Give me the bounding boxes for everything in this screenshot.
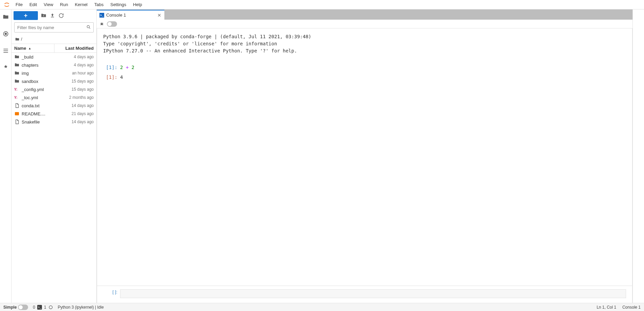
filter-wrap (14, 22, 94, 32)
svg-rect-5 (51, 17, 54, 18)
menu-bar: FileEditViewRunKernelTabsSettingsHelp (0, 0, 644, 9)
file-row[interactable]: imgan hour ago (12, 69, 96, 77)
file-row[interactable]: README....21 days ago (12, 110, 96, 118)
file-list-header: Name ▲ Last Modified (12, 44, 96, 53)
file-row[interactable]: Y:_config.yml15 days ago (12, 85, 96, 93)
file-row[interactable]: _build4 days ago (12, 53, 96, 61)
svg-rect-8 (15, 112, 19, 115)
tab-label: Console 1 (106, 13, 155, 18)
menu-tabs[interactable]: Tabs (91, 1, 107, 8)
breadcrumb-root: / (21, 37, 22, 42)
folder-icon (14, 54, 20, 60)
menu-edit[interactable]: Edit (26, 1, 40, 8)
svg-point-1 (5, 33, 6, 35)
file-name: conda.txt (22, 103, 56, 108)
sort-caret-icon: ▲ (28, 47, 31, 50)
file-name: _build (22, 54, 56, 60)
folder-icon (14, 79, 20, 84)
svg-line-16 (102, 23, 103, 23)
output-value: 4 (120, 74, 123, 81)
console-toolbar (97, 20, 632, 28)
breadcrumb[interactable]: / (12, 35, 96, 44)
left-activity-bar (0, 9, 12, 303)
new-launcher-button[interactable]: + (14, 11, 38, 20)
menu-run[interactable]: Run (56, 1, 71, 8)
kernel-status[interactable]: Python 3 (ipykernel) | Idle (58, 305, 104, 310)
debugger-toggle[interactable] (107, 21, 117, 27)
file-name: README.... (22, 111, 56, 116)
file-row[interactable]: conda.txt14 days ago (12, 102, 96, 110)
console-banner: Python 3.9.6 | packaged by conda-forge |… (103, 33, 626, 54)
console-output: Python 3.9.6 | packaged by conda-forge |… (97, 28, 632, 286)
console-input-area: [ ]: (97, 286, 632, 303)
console-input[interactable] (120, 289, 626, 298)
file-name: chapters (22, 63, 56, 68)
folder-icon[interactable] (2, 14, 9, 20)
extensions-icon[interactable] (2, 64, 9, 71)
file-browser-toolbar: + (12, 9, 96, 22)
document-mode[interactable]: Console 1 (622, 305, 641, 310)
tab-console-1[interactable]: >_ Console 1 (97, 10, 164, 20)
column-modified[interactable]: Last Modified (54, 44, 96, 52)
kernel-status-icon (48, 305, 53, 310)
yaml-icon: Y: (14, 87, 20, 92)
search-icon (86, 25, 91, 29)
menu-settings[interactable]: Settings (107, 1, 130, 8)
svg-line-17 (101, 25, 101, 25)
jupyter-logo-icon (3, 1, 10, 8)
file-list: _build4 days agochapters4 days agoimgan … (12, 53, 96, 126)
file-name: _toc.yml (22, 95, 56, 100)
line-col[interactable]: Ln 1, Col 1 (597, 305, 616, 310)
column-name[interactable]: Name ▲ (12, 44, 54, 52)
running-terminals[interactable]: 0 >_ 1 (33, 305, 53, 310)
svg-point-6 (87, 25, 89, 28)
output-prompt: [1]: (103, 74, 120, 81)
close-icon[interactable] (157, 13, 162, 18)
new-folder-icon[interactable] (41, 13, 47, 19)
input-prompt: [1]: (103, 64, 120, 71)
refresh-icon[interactable] (58, 13, 64, 19)
file-name: sandbox (22, 79, 56, 84)
bug-icon[interactable] (99, 22, 104, 26)
dock-panel: >_ Console 1 Python 3.9.6 | packaged by … (97, 9, 632, 303)
file-modified: 21 days ago (56, 111, 94, 116)
file-modified: 15 days ago (56, 79, 94, 84)
file-modified: 4 days ago (56, 54, 94, 59)
file-modified: 15 days ago (56, 87, 94, 92)
file-name: Snakefile (22, 119, 56, 125)
output-cell: [1]: 4 (103, 74, 626, 81)
menu-help[interactable]: Help (130, 1, 145, 8)
folder-icon (15, 37, 20, 42)
file-modified: 2 months ago (56, 95, 94, 100)
svg-point-11 (101, 23, 103, 25)
status-bar: Simple 0 >_ 1 Python 3 (ipykernel) | Idl… (0, 303, 644, 311)
file-modified: an hour ago (56, 71, 94, 75)
menu-file[interactable]: File (12, 1, 26, 8)
svg-line-15 (101, 23, 101, 23)
folder-icon (14, 70, 20, 76)
simple-mode[interactable]: Simple (3, 305, 28, 310)
console-icon: >_ (99, 13, 104, 18)
menu-kernel[interactable]: Kernel (71, 1, 91, 8)
simple-toggle[interactable] (18, 305, 28, 310)
file-icon (14, 119, 20, 125)
running-icon[interactable] (2, 30, 9, 37)
pending-prompt: [ ]: (103, 289, 120, 298)
file-modified: 14 days ago (56, 119, 94, 124)
terminal-icon: >_ (37, 305, 42, 310)
md-icon (14, 111, 20, 116)
file-icon (14, 103, 20, 108)
file-row[interactable]: Snakefile14 days ago (12, 118, 96, 126)
input-code: 2 + 2 (120, 64, 134, 71)
folder-icon (14, 62, 20, 68)
file-row[interactable]: Y:_toc.yml2 months ago (12, 93, 96, 102)
file-row[interactable]: chapters4 days ago (12, 61, 96, 69)
file-row[interactable]: sandbox15 days ago (12, 77, 96, 85)
toc-icon[interactable] (2, 47, 9, 54)
filter-input[interactable] (14, 22, 94, 32)
file-name: _config.yml (22, 87, 56, 92)
file-modified: 14 days ago (56, 103, 94, 108)
yaml-icon: Y: (14, 95, 20, 100)
upload-icon[interactable] (49, 13, 55, 19)
menu-view[interactable]: View (40, 1, 56, 8)
